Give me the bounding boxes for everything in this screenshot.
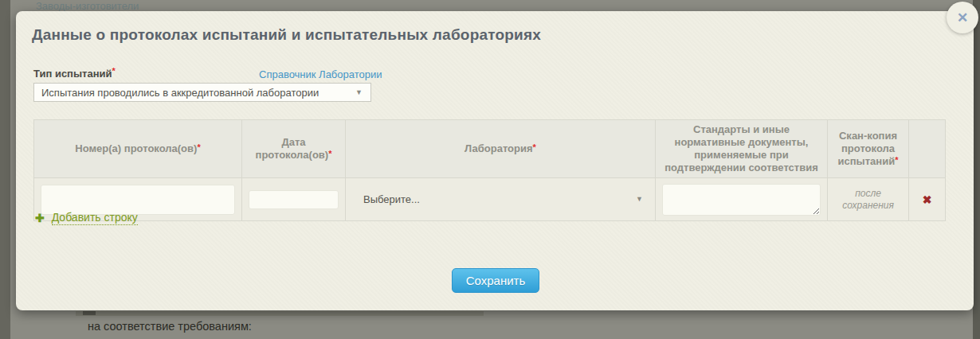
standards-input[interactable] xyxy=(662,184,821,216)
header-laboratory: Лаборатория* xyxy=(346,120,656,178)
plus-icon: ✚ xyxy=(35,212,45,224)
protocol-number-input[interactable] xyxy=(41,185,235,215)
page-overlay: Заводы-изготовители на соответствие треб… xyxy=(0,0,980,339)
test-type-selected-value: Испытания проводились в аккредитованной … xyxy=(41,87,355,99)
chevron-down-icon: ▼ xyxy=(355,89,363,96)
laboratory-select-placeholder: Выберите... xyxy=(363,193,636,205)
table-header-row: Номер(а) протокола(ов)* Дата протокола(о… xyxy=(34,120,946,178)
header-protocol-number: Номер(а) протокола(ов)* xyxy=(34,120,242,178)
cell-standards xyxy=(656,178,828,221)
required-asterisk: * xyxy=(197,142,200,152)
scan-copy-note: после сохранения xyxy=(828,188,908,212)
protocols-table: Номер(а) протокола(ов)* Дата протокола(о… xyxy=(33,119,946,221)
header-protocol-date: Дата протокола(ов)* xyxy=(242,120,346,178)
cell-laboratory: Выберите... ▼ xyxy=(346,178,656,221)
lab-directory-link[interactable]: Справочник Лаборатории xyxy=(259,68,382,80)
required-asterisk: * xyxy=(112,66,116,76)
test-type-label: Тип испытаний* xyxy=(33,68,116,80)
cell-delete: ✖ xyxy=(909,178,946,221)
header-scan-copy: Скан-копия протокола испытаний* xyxy=(828,120,909,178)
modal-title: Данные о протоколах испытаний и испытате… xyxy=(32,26,541,44)
background-compliance-text: на соответствие требованиям: xyxy=(88,320,252,333)
table-row: Выберите... ▼ после сохранения ✖ xyxy=(34,178,946,221)
test-type-select[interactable]: Испытания проводились в аккредитованной … xyxy=(33,83,371,102)
add-row-label: Добавить строку xyxy=(52,211,138,225)
background-left-strip xyxy=(0,0,10,339)
delete-row-icon[interactable]: ✖ xyxy=(923,194,932,205)
laboratory-select[interactable]: Выберите... ▼ xyxy=(346,178,655,220)
header-actions xyxy=(909,120,946,178)
protocol-date-input[interactable] xyxy=(249,190,339,209)
required-asterisk: * xyxy=(533,142,536,152)
close-button[interactable]: ✕ xyxy=(947,2,978,33)
required-asterisk: * xyxy=(895,155,898,165)
background-hidden-row xyxy=(76,311,484,316)
background-right-strip xyxy=(973,0,980,339)
required-asterisk: * xyxy=(328,149,331,158)
cell-protocol-date xyxy=(242,178,346,221)
cell-scan-copy: после сохранения xyxy=(828,178,909,221)
protocols-modal: Данные о протоколах испытаний и испытате… xyxy=(16,11,974,310)
header-standards: Стандарты и иные нормативные документы, … xyxy=(656,120,828,178)
close-icon: ✕ xyxy=(957,11,968,25)
background-hidden-text-fragment xyxy=(83,311,96,315)
chevron-down-icon: ▼ xyxy=(636,196,643,203)
add-row-button[interactable]: ✚ Добавить строку xyxy=(35,211,138,225)
save-button[interactable]: Сохранить xyxy=(452,268,539,293)
